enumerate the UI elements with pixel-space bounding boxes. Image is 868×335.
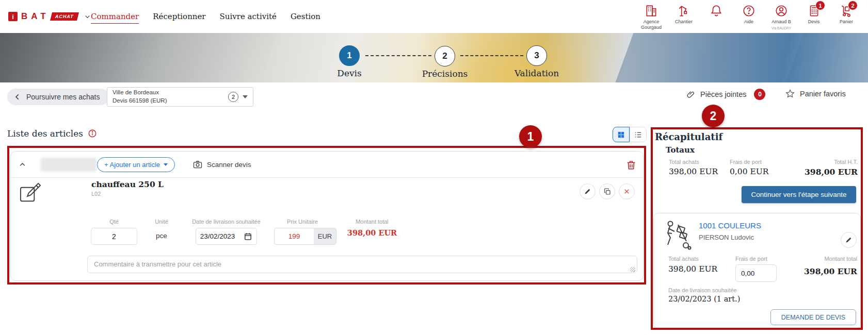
- context-quote-number: Devis 661598 (EUR): [112, 97, 167, 105]
- chevron-down-icon[interactable]: [84, 13, 91, 21]
- manual-article-icon: [18, 181, 42, 205]
- caret-down-icon: [243, 95, 248, 98]
- supplier-shipping-input[interactable]: [735, 264, 777, 282]
- nav-item-gestion[interactable]: Gestion: [291, 10, 320, 23]
- copy-icon: [603, 188, 612, 196]
- info-icon[interactable]: [88, 129, 97, 138]
- chevron-left-icon: [13, 93, 22, 101]
- context-count-badge: 2: [228, 92, 238, 102]
- continue-next-step-button[interactable]: Continuer vers l'étape suivante: [742, 186, 856, 203]
- user-sublabel: Via BAUDRY: [771, 26, 791, 30]
- grid-icon: [617, 130, 625, 139]
- supplier-contact: PIERSON Ludovic: [699, 233, 754, 241]
- articles-heading-text: Liste des articles: [7, 128, 83, 139]
- unit-price-input-group: EUR: [274, 228, 336, 245]
- qty-input[interactable]: [91, 228, 137, 245]
- top-navigation-bar: i BAT ACHAT Commander Réceptionner Suivr…: [0, 0, 868, 33]
- camera-icon: [192, 159, 203, 170]
- cart-count-badge: 2: [848, 1, 858, 10]
- step-2-number: 2: [442, 51, 447, 61]
- continue-shopping-label: Poursuivre mes achats: [26, 93, 100, 101]
- annotation-badge-1: 1: [519, 125, 542, 148]
- crane-icon: [677, 4, 690, 18]
- card-divider: [11, 177, 643, 178]
- delivery-date-label: Date de livraison souhaitée: [186, 219, 266, 225]
- step-1-label: Devis: [313, 68, 385, 78]
- logo-i-block: i: [8, 12, 18, 21]
- site-label: Chantier: [675, 19, 693, 25]
- delete-group-trash-icon[interactable]: [625, 159, 637, 171]
- annotation-badge-2: 2: [702, 105, 725, 127]
- unit-price-label: Prix Unitaire: [269, 219, 336, 225]
- list-icon: [634, 130, 642, 139]
- attachments-button[interactable]: Pièces jointes 0: [686, 89, 765, 100]
- scan-quote-button[interactable]: Scanner devis: [192, 159, 251, 170]
- help-button[interactable]: Aide: [736, 4, 761, 25]
- duplicate-article-button[interactable]: [599, 183, 615, 199]
- list-view-button[interactable]: [630, 127, 647, 142]
- edit-article-button[interactable]: [580, 183, 596, 199]
- step-3-label: Validation: [501, 68, 573, 78]
- nav-item-receptionner[interactable]: Réceptionner: [153, 10, 205, 23]
- agency-button[interactable]: AgenceGourgaud: [639, 4, 664, 30]
- currency-suffix: EUR: [314, 228, 336, 245]
- unit-price-input[interactable]: [274, 228, 314, 245]
- delivery-date-value[interactable]: 23/02/2023: [196, 232, 239, 240]
- quotes-button[interactable]: 1 Devis: [801, 4, 826, 25]
- quote-context-select[interactable]: Ville de Bordeaux Devis 661598 (EUR) 2: [107, 87, 253, 107]
- edit-supplier-button[interactable]: [841, 232, 857, 248]
- shipping-label: Frais de port: [730, 159, 786, 165]
- star-icon: [785, 89, 795, 99]
- nav-item-suivre-activite[interactable]: Suivre activité: [220, 10, 277, 23]
- main-nav: Commander Réceptionner Suivre activité G…: [91, 0, 320, 33]
- supplier-totals-grid: Total achats 398,00 EUR Frais de port Mo…: [663, 256, 857, 282]
- add-article-label: + Ajouter un article: [104, 161, 160, 169]
- grid-view-button[interactable]: [613, 127, 630, 142]
- quotes-label: Devis: [808, 19, 820, 25]
- question-icon: [742, 4, 756, 18]
- pencil-icon: [845, 236, 853, 244]
- cart-button[interactable]: 2 Panier: [834, 4, 859, 25]
- supplier-shipping: Frais de port: [735, 256, 789, 282]
- step-1-circle[interactable]: 1: [339, 45, 360, 66]
- step-connector: [460, 55, 523, 56]
- notifications-button[interactable]: [704, 4, 729, 18]
- shipping-value: 0,00 EUR: [730, 167, 786, 176]
- total-purchases-value: 398,00 EUR: [669, 167, 730, 176]
- request-quote-button[interactable]: DEMANDE DE DEVIS: [770, 309, 856, 325]
- user-button[interactable]: Arnaud B Via BAUDRY: [769, 4, 794, 30]
- article-comment-input[interactable]: [87, 256, 637, 273]
- building-icon: [645, 4, 658, 18]
- site-button[interactable]: Chantier: [671, 4, 696, 25]
- supplier-total-purchases: Total achats 398,00 EUR: [663, 256, 735, 282]
- supplier-name-link[interactable]: 1001 COULEURS: [699, 221, 761, 230]
- supplier-delivery-date-label: Date de livraison souhaitée: [668, 287, 737, 293]
- article-actions: [580, 183, 635, 199]
- favorites-cart-button[interactable]: Panier favoris: [785, 89, 846, 99]
- scan-quote-label: Scanner devis: [207, 161, 251, 169]
- nav-item-commander[interactable]: Commander: [91, 10, 139, 24]
- quote-context-text: Ville de Bordeaux Devis 661598 (EUR): [107, 88, 172, 106]
- logo-achat-badge: ACHAT: [50, 12, 79, 21]
- agency-label: AgenceGourgaud: [641, 19, 662, 30]
- pencil-icon: [584, 188, 591, 195]
- calendar-icon[interactable]: [239, 228, 256, 244]
- collapse-chevron-up-icon[interactable]: [18, 160, 27, 169]
- redacted-supplier-name: [41, 158, 97, 172]
- supplier-card: 1001 COULEURS PIERSON Ludovic Total acha…: [653, 213, 861, 329]
- view-toggle: [613, 127, 647, 142]
- summary-title: Récapitulatif: [655, 131, 722, 142]
- delivery-date-input-group: 23/02/2023: [196, 228, 257, 245]
- attachments-count-badge: 0: [754, 89, 765, 100]
- logo-text: BAT: [21, 11, 50, 22]
- step-3-circle[interactable]: 3: [526, 45, 547, 66]
- step-2-circle[interactable]: 2: [435, 46, 455, 66]
- brand-logo[interactable]: i BAT ACHAT: [8, 11, 91, 22]
- help-label: Aide: [744, 19, 753, 25]
- total-ht-value: 398,00 EUR: [786, 167, 858, 177]
- continue-shopping-button[interactable]: Poursuivre mes achats: [7, 89, 109, 105]
- summary-totals-title: Totaux: [666, 145, 695, 155]
- remove-article-button[interactable]: [619, 183, 635, 199]
- add-article-button[interactable]: + Ajouter un article: [97, 157, 175, 172]
- unit-value: pce: [140, 232, 183, 240]
